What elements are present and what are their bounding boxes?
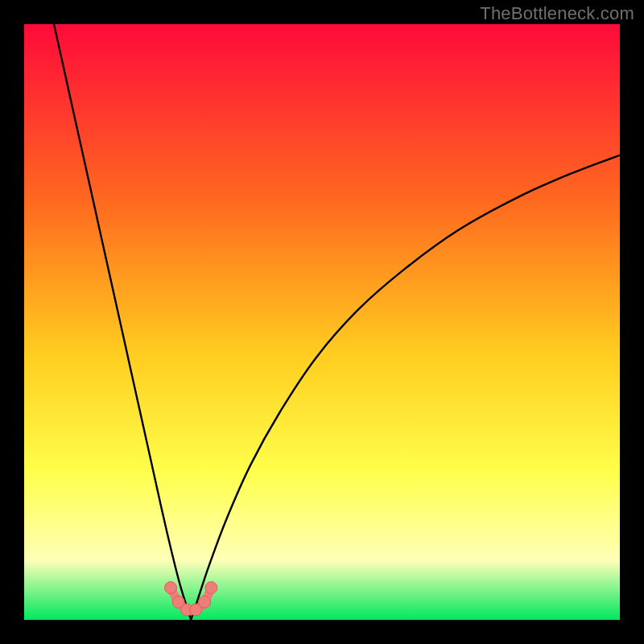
notch-marker-dot [205,582,217,594]
notch-marker-dot [199,596,211,608]
notch-marker-dot [165,582,177,594]
gradient-background [24,24,620,620]
chart-stage: TheBottleneck.com [0,0,644,644]
chart-svg [24,24,620,620]
watermark-text: TheBottleneck.com [480,3,634,24]
plot-area [24,24,620,620]
